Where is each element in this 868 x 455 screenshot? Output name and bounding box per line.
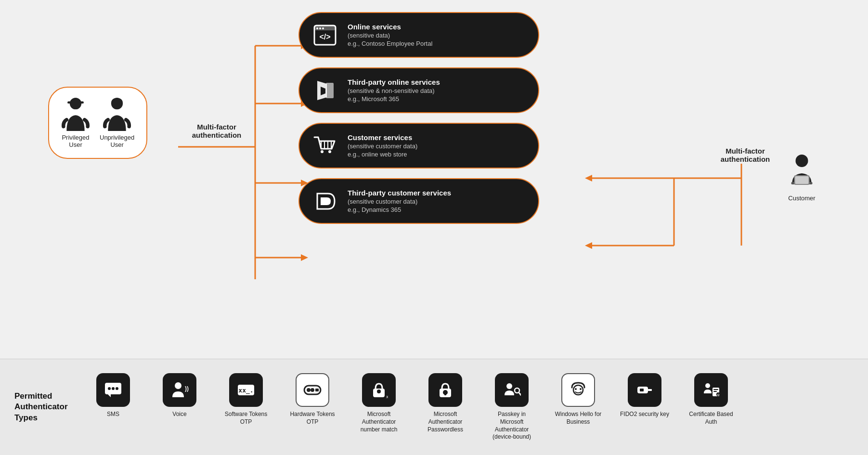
- svg-rect-70: [713, 391, 717, 392]
- auth-item-windows-hello: Windows Hello for Business: [552, 373, 605, 426]
- svg-point-67: [705, 383, 710, 388]
- svg-point-25: [321, 150, 324, 153]
- ms-auth-number-label: Microsoft Authenticator number match: [352, 411, 405, 433]
- m365-icon: [311, 77, 338, 104]
- auth-items-list: SMS )) Voice: [87, 373, 738, 441]
- software-token-icon: xx_.: [229, 373, 263, 407]
- passkey-label: Passkey in Microsoft Authenticator (devi…: [485, 411, 538, 441]
- auth-section-title: Permitted Authenticator Types: [14, 391, 72, 423]
- fido2-icon: [628, 373, 661, 407]
- svg-point-39: [108, 387, 111, 390]
- services-container: </> Online services (sensitive data) e.g…: [298, 12, 539, 224]
- svg-text:)): )): [185, 385, 189, 392]
- svg-marker-36: [585, 242, 592, 249]
- svg-text:xx_.: xx_.: [238, 387, 253, 394]
- ms-auth-number-icon: xx_: [362, 373, 396, 407]
- auth-item-sms: SMS: [87, 373, 140, 418]
- code-icon: </>: [311, 22, 338, 48]
- auth-item-hardware-tokens: Hardware Tokens OTP: [286, 373, 339, 426]
- service-third-party-online-text: Third-party online services (sensitive &…: [348, 78, 440, 103]
- service-online: </> Online services (sensitive data) e.g…: [298, 12, 539, 58]
- svg-rect-66: [640, 389, 644, 391]
- svg-point-19: [322, 27, 324, 29]
- software-token-label: Software Tokens OTP: [220, 411, 272, 426]
- svg-point-41: [116, 387, 118, 390]
- svg-line-59: [520, 394, 521, 394]
- ms-auth-pw-icon: [428, 373, 462, 407]
- auth-item-passkey: Passkey in Microsoft Authenticator (devi…: [485, 373, 538, 441]
- svg-rect-20: [326, 83, 334, 98]
- hardware-token-icon: [296, 373, 329, 407]
- svg-rect-55: [444, 392, 446, 395]
- service-third-party-customer-text: Third-party customer services (sensitive…: [348, 189, 451, 213]
- auth-item-cert: Q Certificate Based Auth: [685, 373, 738, 426]
- hardware-token-label: Hardware Tokens OTP: [286, 411, 339, 426]
- cart-icon: [311, 132, 338, 159]
- svg-point-18: [319, 27, 321, 29]
- service-customer-text: Customer services (sensitive customer da…: [348, 133, 417, 158]
- right-arrows: [530, 0, 818, 337]
- svg-point-51: [377, 390, 381, 393]
- svg-point-42: [175, 382, 181, 389]
- svg-point-26: [328, 150, 331, 153]
- svg-point-17: [316, 27, 318, 29]
- auth-item-voice: )) Voice: [153, 373, 206, 418]
- auth-item-fido2: FIDO2 security key: [618, 373, 671, 418]
- auth-item-ms-number: xx_ Microsoft Authenticator number match: [352, 373, 405, 433]
- sms-icon: [96, 373, 130, 407]
- service-customer: Customer services (sensitive customer da…: [298, 123, 539, 169]
- service-third-party-online: Third-party online services (sensitive &…: [298, 67, 539, 113]
- cert-label: Certificate Based Auth: [685, 411, 738, 426]
- service-third-party-customer: Third-party customer services (sensitive…: [298, 178, 539, 224]
- fido2-label: FIDO2 security key: [620, 411, 669, 418]
- cert-icon: Q: [694, 373, 728, 407]
- svg-point-56: [506, 383, 512, 389]
- svg-point-62: [575, 388, 577, 390]
- svg-point-40: [112, 387, 115, 390]
- windows-hello-label: Windows Hello for Business: [552, 411, 605, 426]
- auth-section: Permitted Authenticator Types SMS: [0, 359, 868, 455]
- service-online-text: Online services (sensitive data) e.g., C…: [348, 23, 432, 47]
- svg-text:Q: Q: [717, 393, 720, 396]
- svg-line-60: [520, 395, 521, 395]
- svg-marker-33: [585, 175, 592, 182]
- svg-marker-13: [301, 254, 308, 261]
- svg-text:xx_: xx_: [386, 395, 388, 399]
- svg-rect-49: [315, 389, 319, 391]
- ms-auth-pw-label: Microsoft Authenticator Passwordless: [419, 411, 472, 433]
- voice-label: Voice: [172, 411, 186, 418]
- main-container: Privileged User Unprivileged User: [0, 0, 868, 455]
- svg-rect-65: [648, 389, 652, 391]
- sms-label: SMS: [107, 411, 119, 418]
- svg-text:</>: </>: [319, 33, 330, 41]
- auth-item-software-tokens: xx_. Software Tokens OTP: [220, 373, 272, 426]
- voice-icon: )): [163, 373, 196, 407]
- diagram-section: Privileged User Unprivileged User: [0, 0, 868, 359]
- left-arrows: [0, 0, 318, 327]
- passkey-icon: [495, 373, 529, 407]
- auth-item-ms-pw: Microsoft Authenticator Passwordless: [419, 373, 472, 433]
- svg-point-47: [307, 388, 311, 392]
- svg-point-48: [311, 388, 314, 392]
- svg-rect-69: [713, 389, 718, 390]
- svg-point-63: [580, 388, 582, 390]
- windows-hello-icon: [561, 373, 595, 407]
- dynamics-icon: [311, 188, 338, 214]
